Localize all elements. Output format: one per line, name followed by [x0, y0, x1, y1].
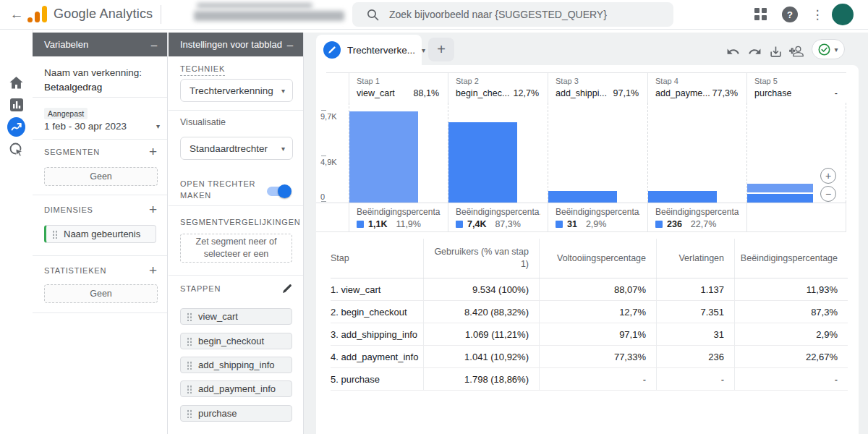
share-users-icon[interactable] — [788, 43, 804, 59]
undo-icon[interactable] — [725, 43, 741, 59]
zoom-out-button[interactable]: − — [820, 186, 836, 202]
metrics-section-header: STATISTIEKEN + — [44, 265, 157, 276]
chevron-down-icon: ▾ — [156, 122, 160, 130]
drag-handle-icon[interactable] — [52, 230, 57, 239]
help-icon[interactable]: ? — [782, 7, 798, 22]
search-input[interactable]: Zoek bijvoorbeeld naar {SUGGESTED_QUERY} — [352, 2, 673, 27]
abandonment-pct: 11,9% — [396, 219, 421, 229]
segments-section-header: SEGMENTEN + — [44, 147, 157, 157]
back-arrow-icon[interactable]: ← — [7, 5, 26, 24]
abandonment-pct: 87,3% — [495, 219, 520, 229]
add-tab-button[interactable]: + — [428, 38, 454, 61]
visualization-value: Standaardtrechter — [190, 143, 268, 154]
home-icon[interactable] — [7, 74, 25, 92]
property-name-blurred-line1[interactable] — [197, 3, 312, 8]
step-chip-label: view_cart — [198, 311, 238, 322]
step-chip-label: begin_checkout — [198, 336, 264, 346]
explore-icon[interactable] — [7, 118, 25, 136]
funnel-bar-begin-checkout[interactable] — [448, 122, 517, 203]
step-chip[interactable]: purchase — [180, 405, 292, 422]
tab-trechterverkenning[interactable]: Trechterverke... ▾ — [316, 35, 422, 65]
abandonment-label: Beëindigingspercenta... — [655, 207, 739, 217]
property-name-blurred-line2[interactable] — [194, 11, 344, 21]
y-axis-label: 0 — [320, 192, 325, 201]
apps-grid-icon[interactable] — [754, 8, 767, 20]
exploration-name-value[interactable]: Betaalgedrag — [44, 82, 102, 93]
topbar-divider — [161, 5, 161, 24]
search-placeholder: Zoek bijvoorbeeld naar {SUGGESTED_QUERY} — [389, 9, 607, 20]
segments-empty-dropzone[interactable]: Geen — [44, 167, 158, 186]
exploration-card: Stap 1 view_cart 88,1% Stap 2 begin_chec… — [316, 65, 859, 434]
abandonment-value: 1,1K — [368, 219, 387, 229]
add-segment-icon[interactable]: + — [149, 147, 157, 157]
logo-mid-bar — [35, 12, 40, 22]
abandonment-cell: Beëindigingspercenta... 1,1K 11,9% — [349, 203, 448, 232]
date-range-selector[interactable]: 1 feb - 30 apr 2023 ▾ — [44, 121, 160, 132]
table-cell: 12,7% — [539, 301, 656, 323]
step-number: Stap 4 — [655, 77, 738, 85]
funnel-table: Stap Gebruikers (% van stap 1) Voltooiin… — [331, 239, 848, 391]
funnel-bar-add-payment-info[interactable] — [648, 191, 717, 203]
column-header: Stap — [331, 239, 423, 278]
purchase-direct-entry-segment — [747, 184, 813, 192]
step-chip-label: add_payment_info — [198, 383, 276, 394]
chevron-down-icon: ▾ — [281, 145, 285, 153]
collapse-icon[interactable]: – — [151, 41, 157, 48]
drag-handle-icon[interactable] — [187, 385, 192, 393]
step-rate: 77,3% — [712, 88, 738, 98]
technique-dropdown[interactable]: Trechterverkenning ▾ — [180, 79, 293, 102]
zoom-in-button[interactable]: + — [820, 168, 836, 184]
funnel-step-header: Stap 4 add_payme... 77,3% — [647, 72, 746, 103]
step-chip[interactable]: view_cart — [180, 308, 292, 325]
technique-value: Trechterverkenning — [190, 85, 273, 96]
step-chip[interactable]: add_payment_info — [180, 380, 292, 397]
funnel-step-header: Stap 1 view_cart 88,1% — [349, 72, 448, 103]
drag-handle-icon[interactable] — [187, 361, 192, 370]
table-cell: 236 — [656, 346, 734, 367]
open-funnel-toggle[interactable] — [267, 187, 290, 196]
divider — [169, 205, 303, 206]
metrics-empty-dropzone[interactable]: Geen — [44, 284, 158, 303]
reports-icon[interactable] — [7, 95, 25, 114]
collapse-icon[interactable]: – — [287, 41, 293, 48]
step-name: view_cart — [357, 88, 395, 98]
status-button[interactable]: ▾ — [812, 39, 845, 59]
divider — [169, 275, 303, 276]
chevron-down-icon: ▾ — [834, 46, 838, 54]
funnel-bar-view-cart[interactable] — [349, 111, 418, 203]
step-chip[interactable]: add_shipping_info — [180, 357, 292, 373]
abandonment-row: Beëindigingspercenta... 1,1K 11,9% Beëin… — [316, 203, 846, 232]
redo-icon[interactable] — [746, 43, 762, 59]
advertising-icon[interactable] — [7, 140, 25, 158]
funnel-bar-add-shipping-info[interactable] — [548, 191, 617, 203]
drag-handle-icon[interactable] — [187, 337, 192, 346]
divider — [33, 97, 167, 98]
dimension-chip[interactable]: Naam gebeurtenis — [44, 225, 156, 243]
tab-pencil-icon — [323, 41, 341, 59]
edit-pencil-icon[interactable] — [281, 283, 293, 294]
divider — [33, 195, 167, 195]
step-chip[interactable]: begin_checkout — [180, 333, 292, 349]
segment-comparisons-label: SEGMENTVERGELIJKINGEN — [180, 218, 301, 226]
table-row: 1. view_cart 9.534 (100%) 88,07% 1.137 1… — [331, 278, 848, 301]
visualization-dropdown[interactable]: Standaardtrechter ▾ — [180, 137, 293, 160]
segment-dropzone[interactable]: Zet segment neer of selecteer er een — [180, 234, 292, 263]
table-cell: 77,33% — [539, 346, 656, 367]
dimensions-label: DIMENSIES — [44, 205, 93, 214]
download-icon[interactable] — [767, 43, 783, 59]
funnel-bar-purchase[interactable] — [747, 184, 813, 203]
legend-square-icon — [556, 221, 563, 228]
add-dimension-icon[interactable]: + — [149, 205, 157, 215]
table-cell: 88,07% — [539, 278, 656, 300]
main-canvas: Trechterverke... ▾ + ▾ Stap 1 view_cart … — [304, 33, 868, 434]
add-metric-icon[interactable]: + — [149, 265, 157, 276]
avatar[interactable] — [832, 4, 854, 25]
table-cell: 97,1% — [539, 323, 656, 345]
segments-label: SEGMENTEN — [44, 148, 100, 156]
drag-handle-icon[interactable] — [187, 409, 192, 418]
funnel-step-header: Stap 5 purchase - — [746, 72, 846, 103]
more-menu-icon[interactable]: ⋮ — [812, 6, 823, 23]
step-name: add_payme... — [655, 88, 710, 98]
table-cell: 22,67% — [734, 346, 848, 367]
drag-handle-icon[interactable] — [187, 312, 192, 321]
